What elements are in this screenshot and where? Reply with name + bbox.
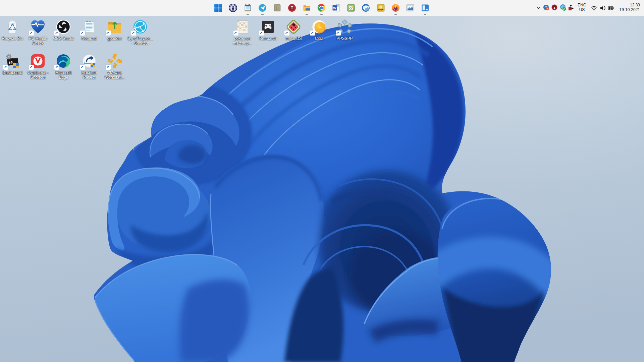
svg-text:W: W <box>333 6 336 10</box>
svg-text:1: 1 <box>570 8 571 10</box>
svg-text:SS: SS <box>8 61 13 64</box>
svg-text:1: 1 <box>553 6 555 9</box>
svg-text:3: 3 <box>547 7 548 10</box>
svg-text:T: T <box>291 6 293 10</box>
svg-text:Player: Player <box>379 9 383 10</box>
